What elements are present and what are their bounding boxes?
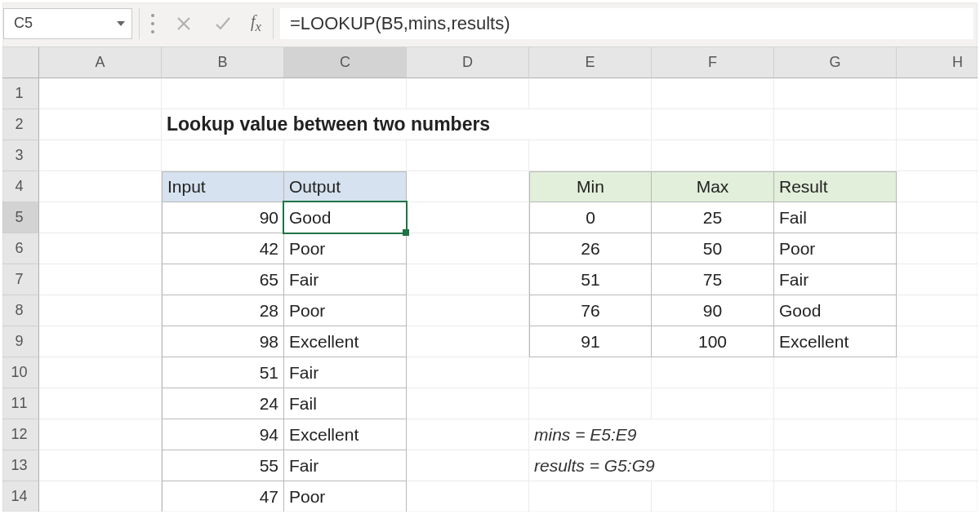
lookup-max[interactable]: 75 — [652, 264, 774, 295]
cell[interactable] — [407, 481, 529, 512]
cell[interactable] — [39, 264, 162, 295]
row-header-1[interactable]: 1 — [0, 78, 39, 109]
cell[interactable] — [529, 388, 652, 419]
lookup-result[interactable]: Excellent — [774, 326, 897, 357]
cell[interactable] — [407, 78, 529, 109]
cell[interactable] — [39, 109, 162, 140]
cell[interactable] — [407, 357, 529, 388]
drag-handle-icon[interactable] — [151, 14, 156, 33]
cell[interactable] — [897, 450, 980, 481]
cell[interactable] — [529, 357, 652, 388]
cell[interactable] — [774, 481, 897, 512]
lookup-min[interactable]: 0 — [529, 202, 652, 233]
cell[interactable] — [39, 357, 162, 388]
row-header-13[interactable]: 13 — [0, 450, 39, 481]
row-header-2[interactable]: 2 — [0, 109, 39, 140]
cell[interactable] — [162, 78, 284, 109]
cell[interactable] — [529, 140, 652, 171]
lookup-result[interactable]: Fair — [774, 264, 897, 295]
cell[interactable] — [897, 326, 980, 357]
lookup-max[interactable]: 90 — [652, 295, 774, 326]
lookup-min[interactable]: 91 — [529, 326, 652, 357]
col-header-E[interactable]: E — [529, 47, 652, 78]
cell[interactable] — [407, 171, 529, 202]
name-box[interactable]: C5 — [3, 8, 132, 39]
cell[interactable] — [897, 78, 980, 109]
col-header-F[interactable]: F — [652, 47, 774, 78]
io-header-input[interactable]: Input — [162, 171, 284, 202]
cell[interactable] — [407, 264, 529, 295]
io-output[interactable]: Poor — [284, 481, 407, 512]
cell[interactable] — [774, 109, 897, 140]
cell[interactable] — [652, 357, 774, 388]
lookup-min[interactable]: 51 — [529, 264, 652, 295]
io-input[interactable]: 55 — [162, 450, 284, 481]
col-header-D[interactable]: D — [407, 47, 529, 78]
io-header-output[interactable]: Output — [284, 171, 407, 202]
io-input[interactable]: 28 — [162, 295, 284, 326]
io-input[interactable]: 98 — [162, 326, 284, 357]
col-header-C[interactable]: C — [284, 47, 407, 78]
cell[interactable] — [897, 419, 980, 450]
cell[interactable] — [774, 78, 897, 109]
cell[interactable] — [39, 326, 162, 357]
cell[interactable] — [652, 481, 774, 512]
cell[interactable] — [407, 450, 529, 481]
fx-icon[interactable]: fx — [251, 12, 261, 35]
lookup-min[interactable]: 26 — [529, 233, 652, 264]
lookup-max[interactable]: 25 — [652, 202, 774, 233]
cell[interactable] — [39, 78, 162, 109]
cell[interactable] — [774, 388, 897, 419]
lookup-header-max[interactable]: Max — [652, 171, 774, 202]
formula-input[interactable]: =LOOKUP(B5,mins,results) — [280, 8, 973, 39]
cell[interactable] — [897, 388, 980, 419]
lookup-min[interactable]: 76 — [529, 295, 652, 326]
cell[interactable] — [897, 264, 980, 295]
cell[interactable] — [897, 109, 980, 140]
cell[interactable] — [897, 233, 980, 264]
io-input[interactable]: 65 — [162, 264, 284, 295]
row-header-6[interactable]: 6 — [0, 233, 39, 264]
cell[interactable] — [774, 140, 897, 171]
col-header-G[interactable]: G — [774, 47, 897, 78]
row-header-7[interactable]: 7 — [0, 264, 39, 295]
lookup-max[interactable]: 50 — [652, 233, 774, 264]
cell[interactable] — [652, 388, 774, 419]
col-header-H[interactable]: H — [897, 47, 980, 78]
cell[interactable] — [774, 357, 897, 388]
cell[interactable] — [652, 109, 774, 140]
io-input[interactable]: 90 — [162, 202, 284, 233]
io-input[interactable]: 42 — [162, 233, 284, 264]
io-input[interactable]: 51 — [162, 357, 284, 388]
row-header-14[interactable]: 14 — [0, 481, 39, 512]
cell[interactable] — [897, 357, 980, 388]
cell[interactable] — [774, 419, 897, 450]
row-header-9[interactable]: 9 — [0, 326, 39, 357]
col-header-A[interactable]: A — [39, 47, 162, 78]
cell[interactable] — [407, 326, 529, 357]
row-header-11[interactable]: 11 — [0, 388, 39, 419]
row-header-12[interactable]: 12 — [0, 419, 39, 450]
cell[interactable] — [39, 233, 162, 264]
row-header-8[interactable]: 8 — [0, 295, 39, 326]
cell[interactable] — [774, 450, 897, 481]
lookup-max[interactable]: 100 — [652, 326, 774, 357]
row-header-3[interactable]: 3 — [0, 140, 39, 171]
cell[interactable] — [39, 295, 162, 326]
io-output[interactable]: Excellent — [284, 326, 407, 357]
cell[interactable] — [39, 419, 162, 450]
cell[interactable] — [39, 481, 162, 512]
select-all-corner[interactable] — [0, 47, 39, 78]
spreadsheet-grid[interactable]: A B C D E F G H 1 2 Lookup value between… — [0, 47, 980, 514]
cell[interactable] — [407, 202, 529, 233]
io-input[interactable]: 47 — [162, 481, 284, 512]
io-output[interactable]: Fair — [284, 264, 407, 295]
cell[interactable] — [39, 450, 162, 481]
row-header-4[interactable]: 4 — [0, 171, 39, 202]
enter-button[interactable] — [207, 7, 239, 40]
cell[interactable] — [407, 140, 529, 171]
lookup-header-min[interactable]: Min — [529, 171, 652, 202]
cell[interactable] — [529, 481, 652, 512]
lookup-result[interactable]: Fail — [774, 202, 897, 233]
lookup-result[interactable]: Good — [774, 295, 897, 326]
